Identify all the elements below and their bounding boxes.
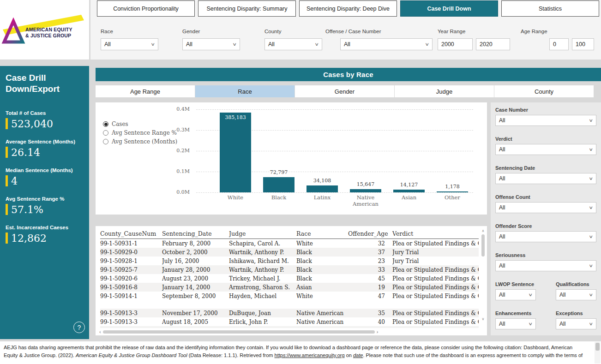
table-row[interactable]: 99-1-50920-6August 23, 2000Trickey, Mich…: [100, 274, 479, 283]
age-to-input[interactable]: 100: [572, 38, 594, 50]
scrollbar-thumb[interactable]: [103, 330, 375, 334]
date-link[interactable]: date: [353, 352, 363, 358]
footer-scrollbar[interactable]: [595, 342, 601, 364]
table-row[interactable]: 99-1-50931-1February 8, 2000Schapira, Ca…: [100, 239, 479, 248]
tab-conviction-proportionality[interactable]: Conviction Proportionality: [97, 0, 195, 17]
filter-offender-score-dropdown[interactable]: All∨: [495, 231, 596, 242]
scrollbar-thumb[interactable]: [481, 234, 485, 257]
county-filter-dropdown[interactable]: All ∨: [264, 38, 322, 50]
bar-series: 385,18372,79734,10815,64714,1271,178: [214, 109, 474, 192]
scrollbar-thumb[interactable]: [595, 343, 600, 351]
column-header-county-causenum[interactable]: County_CauseNum: [100, 230, 162, 237]
bar-latinx[interactable]: [307, 185, 338, 192]
column-header-race[interactable]: Race: [296, 230, 348, 237]
table-row[interactable]: 99-1-50916-8January 14, 2000Armstrong, S…: [100, 283, 479, 292]
scroll-up-icon[interactable]: ∧: [482, 229, 485, 233]
view-tab-age-range[interactable]: Age Range: [95, 85, 195, 98]
column-header-verdict[interactable]: Verdict: [392, 230, 479, 237]
bar-black[interactable]: [263, 177, 294, 192]
view-tab-county[interactable]: County: [494, 85, 594, 98]
stat-number: 12,862: [11, 233, 47, 244]
table-row[interactable]: 99-1-50913-3November 17, 2000DuBuque, Jo…: [100, 309, 479, 317]
detail-filters-panel: Case NumberAll∨VerdictAll∨Sentencing Dat…: [491, 102, 601, 335]
table-cell: November 17, 2000: [162, 310, 229, 316]
county-filter-label: County: [264, 29, 322, 34]
stat-value: 57.1%: [6, 204, 84, 215]
table-cell: August 18, 2005: [162, 319, 229, 325]
stat-label: Est. Incarcerated Caeses: [6, 225, 84, 230]
filter-verdict-dropdown[interactable]: All∨: [495, 144, 596, 155]
dropdown-value: All: [499, 321, 505, 327]
bar-value-label: 14,127: [387, 182, 431, 188]
tab-case-drill-down[interactable]: Case Drill Down: [400, 0, 498, 17]
table-cell: April 7, 2000: [162, 328, 229, 328]
scroll-down-icon[interactable]: ∨: [482, 317, 485, 321]
help-button[interactable]: ?: [73, 322, 85, 333]
filter-case-number-dropdown[interactable]: All∨: [495, 115, 596, 126]
filter-lwop-sentence-dropdown[interactable]: All∨: [495, 289, 536, 300]
table-cell: White: [296, 293, 348, 299]
filter-offense-count-dropdown[interactable]: All∨: [495, 202, 596, 213]
table-row[interactable]: 99-1-50913-3August 18, 2005Erlick, John …: [100, 317, 479, 326]
table-vertical-scrollbar[interactable]: ∧ ∨: [481, 229, 486, 321]
table-cell: October 2, 2000: [162, 249, 229, 256]
chart-panel: CasesAvg Sentence Range %Avg Sentence (M…: [96, 102, 487, 215]
view-tab-gender[interactable]: Gender: [294, 85, 395, 98]
filter-verdict: VerdictAll∨: [495, 136, 596, 155]
filter-seriousness-dropdown[interactable]: All∨: [495, 260, 596, 271]
view-tab-judge[interactable]: Judge: [394, 85, 494, 98]
filter-label: Offender Score: [495, 223, 596, 229]
table-cell: Plea or Stipulated Findings & C: [392, 284, 479, 291]
tab-sentencing-disparity-deep-dive[interactable]: Sentencing Disparity: Deep Dive: [299, 0, 397, 17]
table-cell: 99-1-50914-1: [100, 293, 162, 299]
stat-accent-bar: [6, 118, 8, 129]
table-row[interactable]: 99-1-50929-0October 2, 2000Wartnik, Anth…: [100, 248, 479, 257]
bar-native-american[interactable]: [350, 189, 381, 192]
bar-column: 15,647: [344, 109, 387, 192]
bar-other[interactable]: [437, 191, 468, 192]
dropdown-value: All: [499, 146, 505, 153]
race-filter-label: Race: [101, 29, 158, 34]
column-header-judge[interactable]: Judge: [229, 230, 296, 237]
filter-exceptions-dropdown[interactable]: All∨: [556, 318, 596, 329]
year-to-input[interactable]: 2020: [476, 38, 510, 50]
bar-white[interactable]: [220, 113, 251, 192]
table-cell: Jury Trial: [392, 258, 479, 264]
column-header-offender-age[interactable]: Offender_Age: [348, 230, 392, 237]
bar-asian[interactable]: [393, 190, 425, 192]
view-tab-race[interactable]: Race: [195, 85, 295, 98]
table-row[interactable]: 99-1-50925-7January 28, 2000Wartnik, Ant…: [100, 265, 479, 274]
age-from-input[interactable]: 0: [549, 38, 569, 50]
scroll-left-icon[interactable]: ‹: [99, 329, 101, 334]
table-cell: Schapira, Carol A.: [229, 328, 296, 328]
table-cell: Plea or Stipulated Findings & C: [392, 267, 479, 273]
offense-filter-dropdown[interactable]: All ∨: [340, 38, 433, 50]
filter-sentencing-date-dropdown[interactable]: All∨: [495, 173, 596, 184]
tab-sentencing-disparity-summary[interactable]: Sentencing Disparity: Summary: [198, 0, 296, 17]
table-cell: 99-1-50931-1: [100, 240, 162, 247]
stat-median-sentence-months: Median Sentence (Months)4: [6, 167, 84, 187]
table-cell: Ishikawa, Richard M.: [229, 258, 296, 264]
bar-value-label: 34,108: [300, 178, 344, 184]
table-horizontal-scrollbar[interactable]: ‹ ›: [99, 329, 477, 334]
filter-enhancements-dropdown[interactable]: All∨: [495, 318, 536, 329]
year-from-input[interactable]: 2000: [438, 38, 473, 50]
year-range-filter: Year Range 2000 2020: [438, 29, 516, 50]
scroll-right-icon[interactable]: ›: [377, 329, 379, 334]
table-row[interactable]: 99-1-50914-1September 8, 2000Hayden, Mic…: [100, 292, 479, 300]
race-filter-dropdown[interactable]: All ∨: [101, 38, 158, 50]
gender-filter-dropdown[interactable]: All ∨: [182, 38, 240, 50]
column-header-sentencing-date[interactable]: Sentencing_Date: [162, 230, 229, 237]
table-cell: Plea or Stipulated Findings & C: [392, 240, 479, 247]
bar-value-label: 72,797: [257, 169, 300, 175]
footer-text: (Data Release: 1.1.1). Retrieved from: [187, 352, 275, 358]
x-axis-labels: WhiteBlackLatinxNative AmericanAsianOthe…: [214, 195, 474, 208]
filter-label: Seriousness: [495, 252, 596, 258]
table-row[interactable]: 99-1-50928-1July 16, 2000Ishikawa, Richa…: [100, 257, 479, 265]
filter-qualifications-dropdown[interactable]: All∨: [556, 289, 596, 300]
tab-statistics[interactable]: Statistics: [501, 0, 599, 17]
table-row[interactable]: 99-1-50912-4April 7, 2000Schapira, Carol…: [100, 326, 479, 328]
table-cell: September 8, 2000: [162, 293, 229, 299]
americanequity-link[interactable]: https://www.americanequity.org: [275, 352, 345, 358]
gender-filter: Gender All ∨: [182, 29, 240, 50]
